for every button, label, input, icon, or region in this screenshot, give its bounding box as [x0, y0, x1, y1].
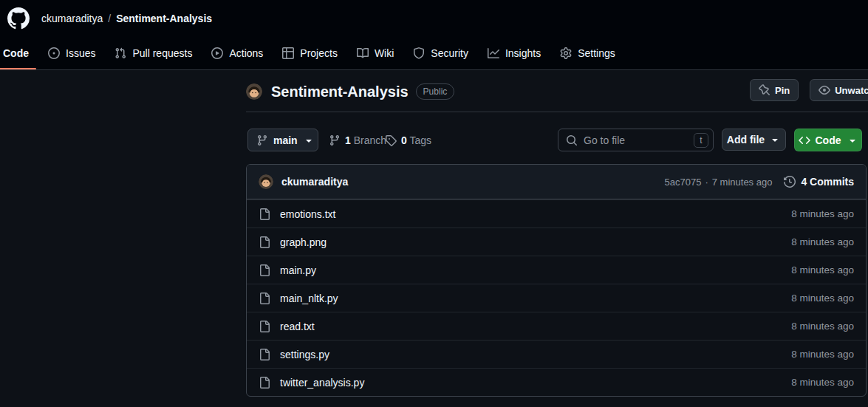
commit-time: 7 minutes ago — [712, 177, 773, 188]
tab-label: Pull requests — [132, 47, 192, 59]
commit-meta: 5ac7075 · 7 minutes ago 4 Commits — [665, 176, 854, 188]
file-age-link[interactable]: 8 minutes ago — [791, 236, 854, 247]
tab-actions[interactable]: Actions — [204, 37, 270, 69]
chevron-down-icon — [769, 134, 781, 146]
file-icon — [259, 349, 270, 360]
repo-title-row: Sentiment-Analysis Public Pin Unwatch 1 — [246, 76, 868, 107]
add-file-label: Add file — [727, 134, 765, 146]
tab-insights[interactable]: Insights — [480, 37, 548, 69]
file-row: settings.py 8 minutes ago — [247, 340, 866, 368]
file-name-link[interactable]: read.txt — [280, 321, 315, 332]
tab-label: Actions — [229, 47, 263, 59]
file-icon — [259, 236, 270, 248]
tab-security[interactable]: Security — [406, 37, 476, 69]
file-row: emotions.txt 8 minutes ago — [247, 199, 866, 228]
play-icon — [211, 47, 223, 59]
file-icon — [259, 293, 270, 304]
commit-author-link[interactable]: ckumaraditya — [281, 176, 348, 188]
file-icon — [259, 264, 270, 276]
file-name-link[interactable]: twitter_analysis.py — [280, 377, 364, 389]
graph-icon — [488, 47, 499, 59]
tab-settings[interactable]: Settings — [553, 37, 623, 69]
file-icon — [259, 321, 270, 332]
go-to-file-search[interactable]: t — [558, 129, 714, 151]
commits-count: 4 Commits — [801, 176, 854, 188]
file-age-link[interactable]: 8 minutes ago — [791, 377, 854, 388]
file-name-link[interactable]: graph.png — [280, 236, 327, 248]
commit-hash-link[interactable]: 5ac7075 · 7 minutes ago — [665, 177, 773, 188]
commit-history-link[interactable]: 4 Commits — [784, 176, 854, 188]
file-row: graph.png 8 minutes ago — [247, 228, 866, 256]
history-icon — [784, 176, 796, 188]
file-age-link[interactable]: 8 minutes ago — [791, 264, 854, 276]
pin-button[interactable]: Pin — [750, 79, 799, 101]
tab-label: Wiki — [375, 47, 394, 59]
tags-link[interactable]: 0 Tags — [385, 129, 431, 151]
file-browser: ckumaraditya 5ac7075 · 7 minutes ago 4 C… — [246, 164, 867, 397]
git-branch-icon — [329, 134, 341, 146]
breadcrumb-owner-link[interactable]: ckumaraditya — [41, 13, 103, 24]
issue-opened-icon — [48, 47, 60, 59]
branches-link[interactable]: 1 Branch — [329, 129, 386, 151]
repo-actions: Pin Unwatch 1 — [750, 79, 868, 101]
gear-icon — [560, 47, 572, 59]
breadcrumb-separator: / — [108, 13, 111, 24]
breadcrumb-repo-link[interactable]: Sentiment-Analysis — [116, 13, 212, 24]
breadcrumb: ckumaraditya / Sentiment-Analysis — [41, 13, 212, 24]
code-icon — [799, 134, 810, 146]
repo-nav: Code Issues Pull requests Actions Projec… — [0, 37, 868, 70]
search-icon — [566, 134, 578, 146]
app-header: ckumaraditya / Sentiment-Analysis — [0, 0, 868, 37]
owner-avatar[interactable] — [246, 83, 262, 100]
add-file-button[interactable]: Add file — [722, 129, 786, 151]
tab-label: Projects — [300, 47, 338, 59]
unwatch-button-label: Unwatch — [835, 85, 868, 96]
file-name-link[interactable]: main_nltk.py — [280, 293, 338, 304]
tab-issues[interactable]: Issues — [41, 37, 103, 69]
branch-count: 1 — [345, 134, 351, 146]
tab-label: Insights — [505, 47, 541, 59]
pin-icon — [759, 84, 770, 96]
tag-count-label: Tags — [409, 134, 431, 146]
tag-count: 0 — [401, 134, 407, 146]
shield-icon — [413, 47, 425, 59]
file-name-link[interactable]: main.py — [280, 264, 316, 276]
table-icon — [282, 47, 294, 59]
file-age-link[interactable]: 8 minutes ago — [791, 349, 854, 360]
file-age-link[interactable]: 8 minutes ago — [791, 293, 854, 304]
book-icon — [357, 47, 369, 59]
file-row: read.txt 8 minutes ago — [247, 312, 866, 340]
commit-hash: 5ac7075 — [665, 177, 702, 188]
chevron-down-icon — [303, 134, 315, 146]
file-name-link[interactable]: emotions.txt — [280, 208, 335, 220]
tab-projects[interactable]: Projects — [275, 37, 345, 69]
github-logo-icon[interactable] — [7, 7, 30, 30]
file-name-link[interactable]: settings.py — [280, 349, 329, 360]
file-age-link[interactable]: 8 minutes ago — [791, 208, 854, 219]
page-title[interactable]: Sentiment-Analysis — [271, 83, 409, 100]
tab-code[interactable]: Code — [0, 37, 36, 69]
commit-author-avatar[interactable] — [259, 174, 273, 189]
tag-icon — [385, 134, 397, 146]
tab-label: Code — [3, 47, 29, 59]
current-branch-label: main — [273, 134, 298, 146]
tab-label: Settings — [578, 47, 615, 59]
file-row: main.py 8 minutes ago — [247, 256, 866, 284]
visibility-badge: Public — [416, 83, 455, 100]
latest-commit-bar: ckumaraditya 5ac7075 · 7 minutes ago 4 C… — [247, 165, 866, 199]
tab-wiki[interactable]: Wiki — [349, 37, 401, 69]
chevron-down-icon — [847, 134, 858, 146]
git-pull-request-icon — [115, 47, 126, 59]
branch-selector[interactable]: main — [247, 129, 318, 151]
file-age-link[interactable]: 8 minutes ago — [791, 321, 854, 332]
unwatch-button[interactable]: Unwatch 1 — [810, 79, 868, 101]
tab-pull-requests[interactable]: Pull requests — [107, 37, 199, 69]
tab-label: Security — [431, 47, 468, 59]
go-to-file-input[interactable] — [584, 134, 688, 146]
file-row: main_nltk.py 8 minutes ago — [247, 284, 866, 312]
branch-count-label: Branch — [354, 134, 386, 146]
pin-button-label: Pin — [775, 85, 790, 96]
file-icon — [259, 208, 270, 220]
code-button[interactable]: Code — [794, 129, 862, 151]
file-icon — [259, 377, 270, 389]
